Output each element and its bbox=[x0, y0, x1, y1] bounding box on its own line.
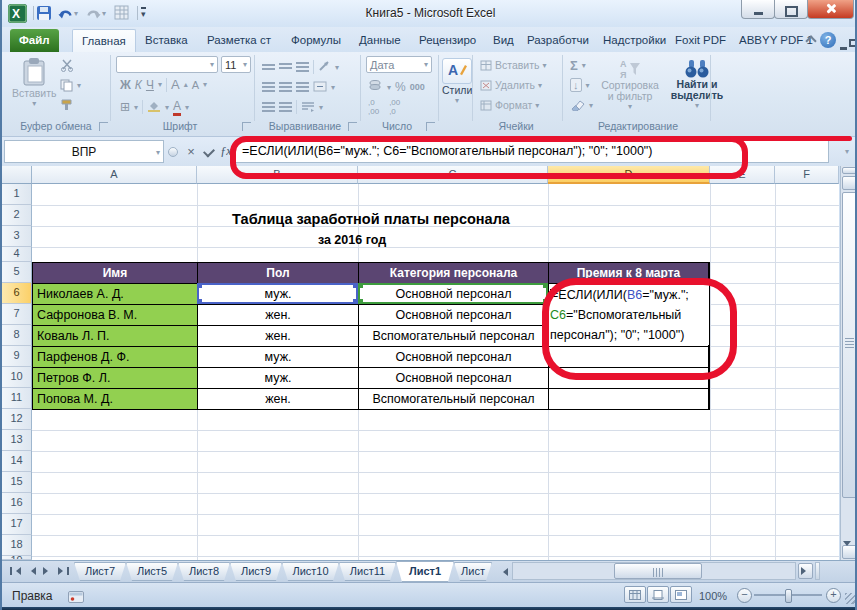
sheet-tab-clipped[interactable]: Лист bbox=[454, 562, 492, 581]
row-header-11[interactable]: 11 bbox=[2, 388, 32, 409]
name-box-dropdown-icon[interactable]: ▾ bbox=[156, 148, 160, 157]
cell-A8[interactable]: Коваль Л. П. bbox=[33, 326, 198, 347]
align-middle-icon[interactable] bbox=[279, 63, 292, 71]
name-box[interactable]: ВПР ▾ bbox=[4, 140, 164, 163]
merge-center-icon[interactable] bbox=[313, 78, 327, 96]
tab-scroll-left-button[interactable] bbox=[496, 565, 510, 579]
expand-formula-bar-icon[interactable]: ▾ bbox=[845, 147, 849, 156]
row-header-10[interactable]: 10 bbox=[2, 367, 32, 388]
row-header-2[interactable]: 2 bbox=[2, 205, 32, 226]
font-color-button[interactable]: А bbox=[173, 99, 181, 116]
tab-file[interactable]: Файл bbox=[10, 29, 59, 52]
align-center-icon[interactable] bbox=[279, 82, 292, 92]
cell-A6[interactable]: Николаев А. Д. bbox=[33, 284, 198, 305]
tab-insert[interactable]: Вставка bbox=[136, 29, 197, 52]
zoom-out-button[interactable]: − bbox=[737, 588, 752, 603]
tab-data[interactable]: Данные bbox=[350, 29, 410, 52]
row-header-1[interactable]: 1 bbox=[2, 184, 32, 205]
copy-button[interactable]: ▾ bbox=[60, 79, 81, 92]
zoom-in-button[interactable]: + bbox=[826, 588, 841, 603]
autosum-button[interactable]: Σ▾ bbox=[570, 58, 586, 73]
scroll-up-button[interactable] bbox=[842, 176, 857, 190]
find-select-button[interactable]: Найти и выделить ▾ bbox=[666, 58, 728, 110]
clear-button[interactable]: ▾ bbox=[570, 99, 593, 111]
column-header-A[interactable]: A bbox=[32, 166, 197, 184]
page-layout-view-button[interactable] bbox=[647, 586, 669, 603]
select-all-corner[interactable] bbox=[2, 166, 32, 184]
sheet-tab-list11[interactable]: Лист11 bbox=[339, 562, 396, 581]
table-header-category[interactable]: Категория персонала bbox=[359, 263, 549, 284]
grow-font-button[interactable]: А bbox=[171, 77, 180, 92]
clipboard-dialog-launcher[interactable] bbox=[99, 122, 108, 131]
tab-addins[interactable]: Надстройки bbox=[594, 29, 675, 52]
normal-view-button[interactable] bbox=[624, 586, 646, 603]
row-header-12[interactable]: 12 bbox=[2, 409, 32, 430]
cell-B7[interactable]: жен. bbox=[198, 305, 359, 326]
sheet-tab-list1-active[interactable]: Лист1 bbox=[396, 561, 454, 582]
row-header-14[interactable]: 14 bbox=[2, 451, 32, 472]
insert-cells-button[interactable]: Вставить▾ bbox=[480, 59, 547, 71]
tab-home[interactable]: Главная bbox=[72, 29, 136, 53]
tab-developer[interactable]: Разработчи bbox=[518, 29, 598, 52]
increase-indent-icon[interactable] bbox=[279, 102, 292, 112]
vertical-scroll-thumb[interactable] bbox=[842, 192, 857, 498]
bold-button[interactable]: Ж bbox=[120, 78, 131, 92]
zoom-level-label[interactable]: 100% bbox=[699, 590, 727, 602]
tab-formulas[interactable]: Формулы bbox=[282, 29, 350, 52]
cell-D11[interactable] bbox=[549, 389, 709, 410]
workbook-restore-icon[interactable] bbox=[849, 39, 857, 47]
font-name-combo[interactable]: ▾ bbox=[116, 56, 218, 73]
percent-icon[interactable]: % bbox=[395, 80, 406, 94]
sheet-tab-list9[interactable]: Лист9 bbox=[230, 562, 282, 581]
tab-view[interactable]: Вид bbox=[484, 29, 523, 52]
row-header-8[interactable]: 8 bbox=[2, 325, 32, 346]
cell-B8[interactable]: жен. bbox=[198, 326, 359, 347]
align-bottom-icon[interactable] bbox=[296, 62, 309, 72]
decrease-indent-icon[interactable] bbox=[262, 102, 275, 112]
underline-dropdown[interactable]: ▾ bbox=[158, 80, 162, 89]
row-header-15[interactable]: 15 bbox=[2, 472, 32, 493]
paste-button[interactable]: Вставить ▾ bbox=[12, 57, 57, 108]
format-cells-button[interactable]: Формат▾ bbox=[480, 99, 539, 111]
fill-color-button[interactable] bbox=[147, 98, 161, 116]
underline-button[interactable]: Ч bbox=[146, 78, 154, 92]
sort-filter-button[interactable]: АЯ Сортировка и фильтр ▾ bbox=[598, 58, 662, 111]
fill-button[interactable]: ↓▾ bbox=[570, 78, 590, 92]
cell-C10[interactable]: Основной персонал bbox=[359, 368, 549, 389]
tab-split-handle[interactable] bbox=[815, 562, 820, 580]
sheet-tab-list10[interactable]: Лист10 bbox=[282, 562, 339, 581]
cut-button[interactable] bbox=[60, 59, 74, 72]
delete-cells-button[interactable]: Удалить▾ bbox=[480, 79, 542, 91]
number-format-combo[interactable]: Дата▾ bbox=[366, 56, 432, 73]
row-header-17[interactable]: 17 bbox=[2, 514, 32, 535]
last-sheet-button[interactable] bbox=[56, 564, 70, 578]
zoom-slider-thumb[interactable] bbox=[785, 589, 792, 603]
row-header-16[interactable]: 16 bbox=[2, 493, 32, 514]
first-sheet-button[interactable] bbox=[8, 564, 22, 578]
alignment-dialog-launcher[interactable] bbox=[348, 122, 357, 131]
minimize-button[interactable] bbox=[741, 0, 775, 19]
align-right-icon[interactable] bbox=[296, 82, 309, 92]
cell-C9[interactable]: Основной персонал bbox=[359, 347, 549, 368]
resize-grip[interactable] bbox=[845, 593, 856, 604]
cell-A10[interactable]: Петров Ф. Л. bbox=[33, 368, 198, 389]
cell-A7[interactable]: Сафронова В. М. bbox=[33, 305, 198, 326]
sheet-tab-list8[interactable]: Лист8 bbox=[178, 562, 230, 581]
row-header-13[interactable]: 13 bbox=[2, 430, 32, 451]
cell-C7[interactable]: Основной персонал bbox=[359, 305, 549, 326]
scroll-down-button[interactable] bbox=[842, 545, 857, 559]
table-header-gender[interactable]: Пол bbox=[198, 263, 359, 284]
table-header-name[interactable]: Имя bbox=[33, 263, 198, 284]
row-header-7[interactable]: 7 bbox=[2, 304, 32, 325]
increase-decimal-icon[interactable]: ,0,00 bbox=[368, 98, 379, 116]
sheet-tab-list5[interactable]: Лист5 bbox=[126, 562, 178, 581]
cell-B10[interactable]: муж. bbox=[198, 368, 359, 389]
cell-A9[interactable]: Парфенов Д. Ф. bbox=[33, 347, 198, 368]
cell-B9[interactable]: муж. bbox=[198, 347, 359, 368]
workbook-minimize-icon[interactable] bbox=[840, 47, 847, 50]
format-painter-button[interactable] bbox=[60, 98, 73, 111]
decrease-decimal-icon[interactable]: ,00,0 bbox=[389, 98, 400, 116]
borders-button[interactable]: ⊞ bbox=[120, 100, 130, 114]
scroll-right-button[interactable] bbox=[798, 563, 813, 579]
cell-C11[interactable]: Вспомогательный персонал bbox=[359, 389, 549, 410]
